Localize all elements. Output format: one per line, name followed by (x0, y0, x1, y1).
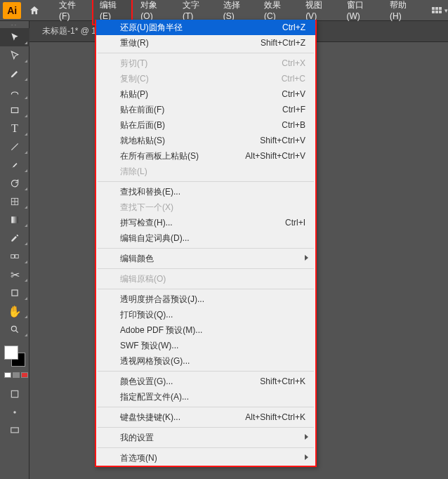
menu-文件[interactable]: 文件(F) (51, 0, 92, 25)
menuitem-就地粘贴[interactable]: 就地粘贴(S)Shift+Ctrl+V (96, 133, 315, 148)
blend-tool[interactable] (0, 247, 29, 265)
menuitem-键盘快捷键[interactable]: 键盘快捷键(K)...Alt+Shift+Ctrl+K (96, 409, 315, 425)
menu-separator (98, 248, 314, 249)
menuitem-拼写检查[interactable]: 拼写检查(H)...Ctrl+I (96, 215, 315, 230)
pen-tool[interactable] (0, 65, 29, 83)
home-icon[interactable] (27, 3, 41, 18)
menuitem-我的设置[interactable]: 我的设置 (96, 430, 315, 445)
menu-separator (98, 53, 314, 53)
menu-帮助[interactable]: 帮助(H) (382, 0, 423, 25)
svg-rect-13 (11, 428, 19, 433)
menuitem-编辑自定词典[interactable]: 编辑自定词典(D)... (96, 230, 315, 246)
menuitem-首选项[interactable]: 首选项(N) (96, 450, 315, 466)
menuitem-贴在前面[interactable]: 贴在前面(F)Ctrl+F (96, 102, 315, 117)
svg-point-12 (13, 411, 16, 414)
zoom-tool[interactable] (0, 320, 29, 339)
menuitem-还原圆角半径[interactable]: 还原(U)圆角半径Ctrl+Z (96, 20, 315, 35)
submenu-arrow-icon (305, 255, 308, 261)
menu-separator (98, 407, 314, 407)
rotate-tool[interactable] (0, 174, 29, 192)
app-logo: Ai (3, 2, 21, 19)
rectangle-tool[interactable] (0, 101, 29, 119)
menu-separator (98, 268, 314, 269)
submenu-arrow-icon (305, 454, 308, 460)
edit-menu-dropdown: 还原(U)圆角半径Ctrl+Z重做(R)Shift+Ctrl+Z剪切(T)Ctr… (95, 20, 317, 467)
fill-swatch[interactable] (4, 346, 18, 360)
color-mode-switches[interactable] (0, 372, 29, 378)
line-tool[interactable] (0, 138, 29, 156)
menuitem-AdobePDF预设[interactable]: Adobe PDF 预设(M)... (96, 322, 315, 338)
menu-separator (98, 427, 314, 428)
menuitem-剪切: 剪切(T)Ctrl+X (96, 55, 315, 71)
menuitem-粘贴[interactable]: 粘贴(P)Ctrl+V (96, 86, 315, 102)
menuitem-编辑原稿: 编辑原稿(O) (96, 271, 315, 287)
svg-rect-8 (12, 290, 18, 296)
artboard-tool[interactable] (0, 284, 29, 302)
svg-line-10 (16, 331, 18, 333)
menuitem-透明度拼合器预设[interactable]: 透明度拼合器预设(J)... (96, 291, 315, 307)
arrange-documents-button[interactable]: ▾ (432, 7, 448, 14)
menu-separator (98, 371, 314, 372)
menuitem-贴在后面[interactable]: 贴在后面(B)Ctrl+B (96, 117, 315, 133)
fill-stroke-swatches[interactable] (0, 343, 29, 371)
svg-rect-5 (11, 216, 18, 223)
svg-rect-6 (11, 255, 15, 258)
panel-grip[interactable]: ∙∙ (0, 21, 29, 28)
document-tab[interactable]: 未标题-1* @ 1 (35, 25, 103, 37)
direct-selection-tool[interactable] (0, 46, 29, 65)
svg-rect-0 (11, 108, 18, 113)
hand-tool[interactable]: ✋ (0, 302, 29, 320)
menu-separator (98, 447, 314, 448)
menu-separator (98, 289, 314, 289)
scissors-tool[interactable]: ✂ (0, 265, 29, 284)
draw-mode-button[interactable] (0, 385, 29, 403)
change-screen-button[interactable] (0, 421, 29, 440)
eyedropper-tool[interactable] (0, 229, 29, 247)
menuitem-透视网格预设[interactable]: 透视网格预设(G)... (96, 353, 315, 369)
menu-窗口[interactable]: 窗口(W) (339, 0, 382, 25)
menuitem-编辑颜色[interactable]: 编辑颜色 (96, 251, 315, 266)
menuitem-SWF预设[interactable]: SWF 预设(W)... (96, 338, 315, 353)
menubar: Ai 文件(F)编辑(E)对象(O)文字(T)选择(S)效果(C)视图(V)窗口… (0, 0, 448, 21)
svg-rect-11 (11, 391, 18, 397)
screen-mode-button[interactable] (0, 403, 29, 421)
svg-point-9 (11, 326, 16, 331)
menu-separator (98, 181, 314, 182)
menuitem-查找下一个: 查找下一个(X) (96, 199, 315, 215)
svg-line-1 (11, 143, 18, 150)
menuitem-复制: 复制(C)Ctrl+C (96, 71, 315, 86)
type-tool[interactable]: T (0, 119, 29, 138)
brush-tool[interactable] (0, 156, 29, 174)
menuitem-重做[interactable]: 重做(R)Shift+Ctrl+Z (96, 35, 315, 51)
menuitem-清除: 清除(L) (96, 164, 315, 179)
svg-rect-7 (15, 255, 19, 258)
submenu-arrow-icon (305, 434, 308, 440)
tools-panel: ∙∙ T✂✋ (0, 21, 29, 479)
menuitem-指定配置文件[interactable]: 指定配置文件(A)... (96, 389, 315, 405)
menuitem-查找和替换[interactable]: 查找和替换(E)... (96, 184, 315, 199)
menuitem-打印预设[interactable]: 打印预设(Q)... (96, 307, 315, 322)
selection-tool[interactable] (0, 28, 29, 46)
mesh-tool[interactable] (0, 192, 29, 211)
canvas-area (29, 42, 96, 267)
menuitem-颜色设置[interactable]: 颜色设置(G)...Shift+Ctrl+K (96, 374, 315, 389)
gradient-tool[interactable] (0, 211, 29, 229)
menuitem-在所有画板上粘贴[interactable]: 在所有画板上粘贴(S)Alt+Shift+Ctrl+V (96, 148, 315, 164)
curvature-tool[interactable] (0, 83, 29, 101)
